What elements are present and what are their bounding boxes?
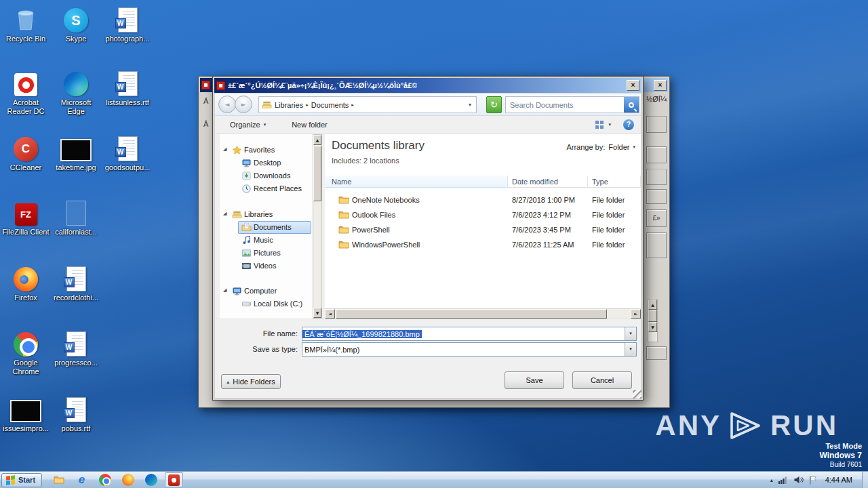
taskbar-internet-explorer-button[interactable]: e (73, 472, 91, 487)
taskbar-chrome-button[interactable] (96, 472, 114, 487)
folder-icon (338, 209, 349, 220)
tree-group-favorites[interactable]: ◢ Favorites (220, 144, 313, 157)
organize-button[interactable]: Organize ▾ (226, 119, 270, 131)
arrange-by-value[interactable]: Folder (608, 143, 629, 151)
taskbar-edge-button[interactable] (142, 472, 160, 487)
scroll-up-icon[interactable]: ▲ (648, 300, 657, 310)
scroll-right-icon[interactable]: ► (631, 309, 641, 319)
save-as-type-value[interactable]: BMPÎ»Í¼(*.bmp) (302, 346, 361, 354)
desktop-icon-pobus[interactable]: W pobus.rtf (52, 394, 100, 433)
side-panel-button[interactable] (646, 146, 667, 163)
desktop-icon-photograph[interactable]: W photograph... (103, 4, 152, 43)
chevron-down-icon[interactable]: ▾ (467, 102, 473, 108)
desktop-icon-chrome[interactable]: Google Chrome (1, 328, 50, 376)
close-icon[interactable]: × (627, 80, 639, 91)
tree-item-desktop[interactable]: Desktop (220, 157, 313, 169)
side-panel-button[interactable] (646, 116, 667, 133)
scrollbar-thumb[interactable] (648, 310, 657, 322)
dialog-titlebar[interactable]: ±£´æ´°¿Ú½ØÍ¼£¨µã»÷¡¾È¡Ïû¡¿¸´ÖÆ½ØÍ¼µ½¼ôÌù… (214, 78, 642, 93)
desktop-icon-taketime[interactable]: taketime.jpg (52, 133, 100, 172)
scrollbar-thumb[interactable] (313, 146, 321, 201)
file-row-powershell[interactable]: PowerShell 7/6/2023 3:45 PM File folder (325, 222, 641, 237)
search-button[interactable] (624, 97, 639, 113)
hide-folders-button[interactable]: ▴ Hide Folders (221, 374, 281, 389)
tree-item-local-disk[interactable]: Local Disk (C:) (220, 298, 313, 310)
desktop-icon-acrobat[interactable]: Acrobat Reader DC (1, 68, 50, 116)
desktop-icon-issuesimpro[interactable]: issuesimpro... (1, 394, 50, 433)
tree-item-recent-places[interactable]: Recent Places (220, 182, 313, 195)
hidden-icons-chevron[interactable]: ▴ (770, 477, 773, 483)
desktop-icon-ccleaner[interactable]: C CCleaner (1, 133, 50, 172)
desktop-icon-californiast[interactable]: californiast... (52, 197, 100, 237)
show-desktop-button[interactable] (862, 472, 868, 488)
tree-item-videos[interactable]: Videos (220, 260, 313, 272)
chevron-down-icon[interactable]: ▾ (625, 327, 636, 340)
side-panel-button[interactable] (646, 169, 667, 185)
save-as-type-combo[interactable]: BMPÎ»Í¼(*.bmp) ▾ (302, 342, 637, 357)
search-input[interactable] (506, 101, 624, 109)
side-panel-button[interactable]: £» (646, 209, 667, 227)
tree-item-documents[interactable]: Documents (220, 221, 313, 234)
volume-icon[interactable] (793, 476, 804, 484)
tree-group-libraries[interactable]: ◢ Libraries (220, 208, 313, 221)
scrollbar[interactable]: ▲ ▼ (648, 299, 658, 342)
resize-grip[interactable] (633, 390, 642, 399)
tree-group-computer[interactable]: ◢ Computer (220, 285, 313, 298)
scroll-down-icon[interactable]: ▼ (648, 322, 657, 332)
help-button[interactable]: ? (623, 119, 634, 130)
side-panel-button[interactable] (646, 232, 667, 258)
close-icon[interactable]: × (654, 80, 667, 91)
tree-item-pictures[interactable]: Pictures (220, 247, 313, 260)
expander-icon[interactable]: ◢ (223, 146, 226, 152)
desktop-icon-recordclothi[interactable]: W recordclothi... (52, 263, 100, 302)
forward-button[interactable]: ► (235, 96, 252, 113)
breadcrumb-item-documents[interactable]: Documents (311, 101, 349, 109)
taskbar-firefox-button[interactable] (119, 472, 137, 487)
desktop-icon-listsunless[interactable]: W listsunless.rtf (103, 68, 152, 107)
desktop-icon-filezilla[interactable]: FZ FileZilla Client (1, 197, 50, 237)
desktop-icon-recycle-bin[interactable]: Recycle Bin (1, 4, 50, 43)
desktop-icon-goodsoutpu[interactable]: W goodsoutpu... (103, 133, 152, 172)
expander-icon[interactable]: ◢ (223, 211, 226, 216)
desktop-icon-edge[interactable]: Microsoft Edge (52, 68, 100, 116)
network-icon[interactable] (778, 476, 788, 484)
column-header-type[interactable]: Type (588, 176, 641, 188)
file-row-onenote-notebooks[interactable]: OneNote Notebooks 8/27/2018 1:00 PM File… (325, 192, 641, 207)
desktop-icon-progressco[interactable]: W progressco... (52, 328, 100, 367)
desktop-icon-firefox[interactable]: Firefox (1, 263, 50, 302)
file-row-outlook-files[interactable]: Outlook Files 7/6/2023 4:12 PM File fold… (325, 207, 641, 222)
tree-item-music[interactable]: Music (220, 234, 313, 247)
scroll-left-icon[interactable]: ◄ (325, 309, 335, 319)
arrange-by-control[interactable]: Arrange by: Folder ▾ (566, 143, 635, 151)
file-name-value[interactable]: ÉÁ´æ´óÊ¦½ØÍ¼_1699821880.bmp (302, 330, 422, 338)
side-panel-button[interactable] (646, 346, 667, 360)
save-button[interactable]: Save (505, 371, 564, 389)
desktop-icon-skype[interactable]: S Skype (52, 4, 100, 43)
breadcrumb[interactable]: Libraries ▸ Documents ▸ ▾ (258, 96, 477, 113)
breadcrumb-item-libraries[interactable]: Libraries (275, 101, 303, 109)
taskbar-explorer-button[interactable] (50, 472, 68, 487)
scroll-down-icon[interactable]: ▼ (313, 308, 321, 318)
new-folder-button[interactable]: New folder (288, 119, 332, 131)
file-row-windowspowershell[interactable]: WindowsPowerShell 7/6/2023 11:25 AM File… (325, 237, 641, 252)
start-button[interactable]: Start (1, 473, 42, 487)
cancel-button[interactable]: Cancel (572, 371, 632, 389)
side-panel-button[interactable] (646, 189, 667, 204)
search-box[interactable] (505, 96, 639, 113)
taskbar-clock[interactable]: 4:44 AM (823, 476, 858, 484)
column-header-name[interactable]: Name (325, 176, 508, 188)
column-header-modified[interactable]: Date modified (508, 176, 588, 188)
file-name-combo[interactable]: ÉÁ´æ´óÊ¦½ØÍ¼_1699821880.bmp ▾ (302, 327, 637, 341)
chevron-down-icon[interactable]: ▾ (625, 343, 636, 356)
views-button[interactable]: ▾ (591, 119, 615, 131)
scrollbar-thumb[interactable] (336, 309, 607, 319)
back-button[interactable]: ◄ (218, 96, 236, 113)
taskbar-screenshot-app-button[interactable] (165, 472, 183, 487)
horizontal-scrollbar[interactable]: ◄ ► (325, 308, 641, 319)
flag-icon[interactable] (809, 476, 817, 485)
tree-scrollbar[interactable]: ▲ ▼ (313, 134, 322, 319)
refresh-button[interactable]: ↻ (486, 96, 502, 113)
scroll-up-icon[interactable]: ▲ (313, 135, 321, 145)
tree-item-downloads[interactable]: Downloads (220, 169, 313, 182)
expander-icon[interactable]: ◢ (223, 287, 226, 293)
